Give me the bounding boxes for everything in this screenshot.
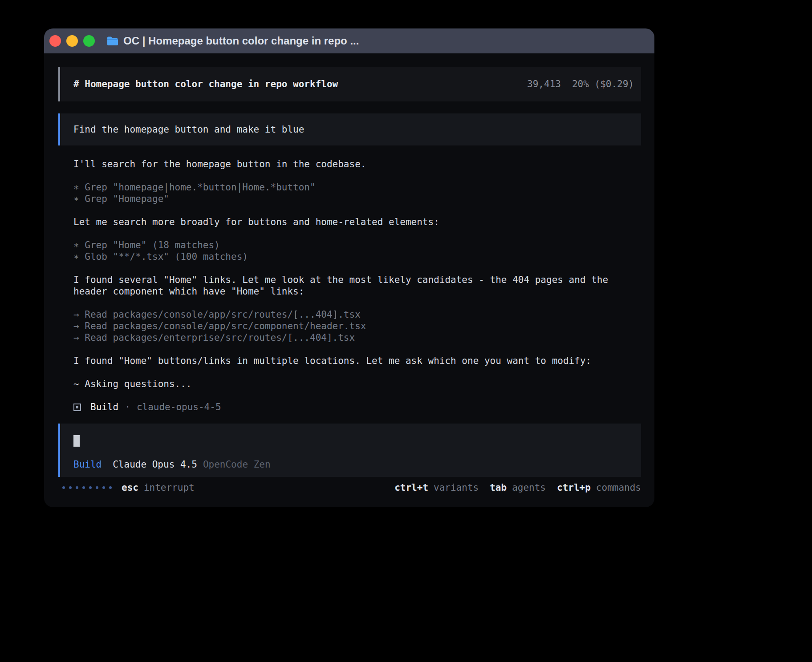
shortcut-hints: ctrl+t variants tab agents ctrl+p comman…: [394, 482, 641, 493]
text-cursor: [73, 435, 80, 447]
tool-call-line: ∗ Grep "Home" (18 matches): [73, 239, 641, 251]
assistant-message: I found "Home" buttons/links in multiple…: [73, 355, 641, 367]
agent-separator: ·: [125, 401, 130, 413]
user-message: Find the homepage button and make it blu…: [58, 113, 641, 145]
assistant-message: I found several "Home" links. Let me loo…: [73, 274, 641, 297]
status-bar: esc interrupt ctrl+t variants tab agents…: [58, 482, 641, 493]
interrupt-label: interrupt: [144, 482, 195, 493]
agent-name: Build: [90, 401, 118, 413]
agent-mode-icon: [73, 404, 81, 411]
ctrl-p-key-hint: ctrl+p: [557, 482, 591, 493]
commands-label: commands: [596, 482, 641, 493]
shortcut-commands: ctrl+p commands: [557, 482, 641, 493]
terminal-window: OC | Homepage button color change in rep…: [44, 28, 654, 507]
window-title: OC | Homepage button color change in rep…: [123, 35, 359, 47]
shortcut-variants: ctrl+t variants: [394, 482, 479, 493]
assistant-message: Let me search more broadly for buttons a…: [73, 216, 641, 228]
terminal-content[interactable]: # Homepage button color change in repo w…: [44, 53, 654, 493]
window-titlebar[interactable]: OC | Homepage button color change in rep…: [44, 28, 654, 53]
session-title: # Homepage button color change in repo w…: [73, 78, 338, 90]
model-name: Claude Opus 4.5: [113, 459, 197, 470]
close-window-button[interactable]: [49, 35, 61, 47]
spinner-dots: [62, 486, 112, 489]
status-line: ~ Asking questions...: [73, 378, 641, 390]
agents-label: agents: [512, 482, 546, 493]
shortcut-interrupt: esc interrupt: [122, 482, 195, 493]
session-header: # Homepage button color change in repo w…: [58, 67, 641, 101]
tool-call-line: → Read packages/enterprise/src/routes/[.…: [73, 332, 641, 343]
traffic-lights: [49, 35, 95, 47]
provider-name: OpenCode Zen: [203, 459, 271, 470]
token-count: 39,413: [527, 78, 561, 90]
tool-call-line: ∗ Glob "**/*.tsx" (100 matches): [73, 251, 641, 262]
shortcut-agents: tab agents: [490, 482, 546, 493]
variants-label: variants: [434, 482, 479, 493]
folder-icon: [106, 36, 119, 46]
agent-mode-label: Build: [73, 459, 102, 470]
prompt-input[interactable]: Build Claude Opus 4.5 OpenCode Zen: [58, 424, 641, 477]
transcript: I'll search for the homepage button in t…: [58, 145, 641, 413]
session-stats: 39,413 20% ($0.29): [527, 78, 634, 90]
tab-key-hint: tab: [490, 482, 507, 493]
user-message-text: Find the homepage button and make it blu…: [73, 124, 304, 135]
tool-call-line: ∗ Grep "homepage|home.*button|Home.*butt…: [73, 182, 641, 193]
ctrl-t-key-hint: ctrl+t: [394, 482, 428, 493]
agent-model: claude-opus-4-5: [137, 401, 221, 413]
tool-call-line: → Read packages/console/app/src/routes/[…: [73, 309, 641, 320]
assistant-message: I'll search for the homepage button in t…: [73, 158, 641, 170]
context-usage: 20% ($0.29): [572, 78, 634, 90]
model-line: Build Claude Opus 4.5 OpenCode Zen: [73, 459, 634, 470]
tool-call-line: → Read packages/console/app/src/componen…: [73, 320, 641, 332]
tool-call-line: ∗ Grep "Homepage": [73, 193, 641, 205]
esc-key-hint: esc: [122, 482, 138, 493]
agent-badge: Build · claude-opus-4-5: [73, 401, 641, 413]
minimize-window-button[interactable]: [66, 35, 78, 47]
zoom-window-button[interactable]: [83, 35, 95, 47]
